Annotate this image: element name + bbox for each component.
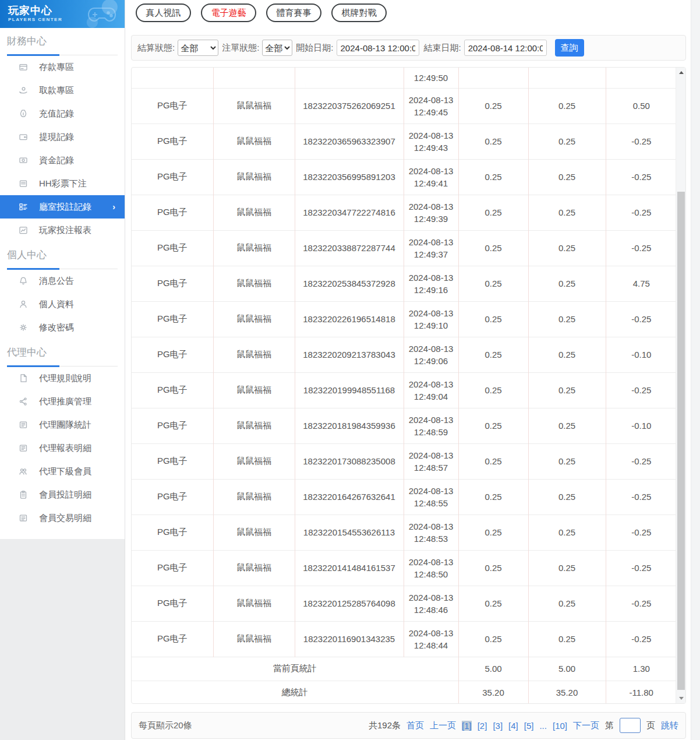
sidebar-item-player-bet-report[interactable]: 玩家投注報表 <box>0 219 125 242</box>
cell-time: 12:49:04 <box>404 390 458 403</box>
sidebar-item-agent-team-stats[interactable]: 代理團隊統計 <box>0 413 125 436</box>
sidebar-item-room-bet-record[interactable]: 廳室投註記錄 › <box>0 195 125 219</box>
pagination-controls: 共192条 首页 上一页 [1][2][3][4][5]...[10] 下一页 … <box>369 718 678 733</box>
cell-datetime: 2024-08-13 12:49:04 <box>404 372 458 408</box>
scroll-up-button[interactable] <box>676 68 686 77</box>
page-number-link[interactable]: ... <box>539 721 547 731</box>
cell-datetime: 2024-08-13 12:49:39 <box>404 195 458 230</box>
sidebar-item-member-trade-detail[interactable]: 會員交易明細 <box>0 506 125 530</box>
sidebar-item-label: 廳室投註記錄 <box>39 202 91 213</box>
cell-datetime: 2024-08-13 12:49:43 <box>404 124 458 159</box>
tab-chess-cards[interactable]: 棋牌對戰 <box>331 3 387 22</box>
page-number-link[interactable]: [1] <box>462 721 472 731</box>
sidebar-item-label: 消息公告 <box>39 276 74 287</box>
cell-date: 2024-08-13 <box>404 414 458 426</box>
order-status-select[interactable]: 全部 <box>262 40 292 56</box>
cell-date: 2024-08-13 <box>404 627 458 639</box>
sidebar-item-withdraw[interactable]: 取款專區 <box>0 79 125 102</box>
sidebar-item-deposit[interactable]: 存款專區 <box>0 55 125 79</box>
sidebar-item-withdrawal-record[interactable]: 提現記錄 <box>0 125 125 149</box>
cell-platform: PG电子 <box>132 443 213 479</box>
cell-winloss: -0.25 <box>606 124 677 159</box>
sidebar-item-agent-rules[interactable]: 代理規則說明 <box>0 367 125 390</box>
gear-icon <box>19 323 28 332</box>
jump-button[interactable]: 跳转 <box>661 720 678 731</box>
cell-time: 12:49:37 <box>404 248 458 260</box>
sidebar-item-member-bet-detail[interactable]: 會員投註明細 <box>0 483 125 506</box>
tab-electronic-games[interactable]: 電子遊藝 <box>201 3 256 22</box>
cell-time: 12:49:45 <box>404 106 458 118</box>
cell-bet-id: 1823220154553626113 <box>295 515 404 550</box>
cell-valid-amount <box>528 68 606 88</box>
tab-live-casino[interactable]: 真人視訊 <box>136 3 191 22</box>
page-summary-winloss: 1.30 <box>606 657 677 681</box>
cell-datetime: 2024-08-13 12:48:55 <box>404 479 458 515</box>
cell-valid-amount: 0.25 <box>528 266 606 301</box>
first-page-link[interactable]: 首页 <box>406 720 424 731</box>
table-scrollbar[interactable] <box>676 68 685 703</box>
sidebar-item-fund-record[interactable]: 資金記錄 <box>0 149 125 172</box>
prev-page-link[interactable]: 上一页 <box>430 720 456 731</box>
tab-sports[interactable]: 體育賽事 <box>266 3 321 22</box>
cell-time: 12:48:53 <box>404 533 458 545</box>
scrollbar-thumb[interactable] <box>677 192 685 690</box>
sidebar-item-agent-sub-members[interactable]: 代理下級會員 <box>0 460 125 483</box>
cell-winloss: -0.25 <box>606 443 677 479</box>
sidebar-item-announcement[interactable]: 消息公告 <box>0 269 125 293</box>
cell-platform: PG电子 <box>132 621 213 657</box>
sidebar-item-profile[interactable]: 個人資料 <box>0 293 125 316</box>
scroll-down-button[interactable] <box>676 693 686 703</box>
table-row: PG电子 鼠鼠福福 1823220226196514818 2024-08-13… <box>132 301 677 337</box>
end-date-input[interactable] <box>464 40 547 56</box>
start-date-input[interactable] <box>337 40 419 56</box>
cell-date: 2024-08-13 <box>404 236 458 248</box>
section-personal-label: 個人中心 <box>7 248 59 270</box>
cell-bet-amount: 0.25 <box>458 479 528 515</box>
cell-platform: PG电子 <box>132 88 213 124</box>
page: 玩家中心 PLAYERS CENTER 財務中心 存款專區 <box>0 0 700 740</box>
cell-bet-amount: 0.25 <box>458 337 528 372</box>
page-number-link[interactable]: [3] <box>493 721 503 731</box>
cell-bet-amount <box>458 68 528 88</box>
sidebar-item-agent-promotion[interactable]: 代理推廣管理 <box>0 390 125 413</box>
cell-time: 12:48:50 <box>404 568 458 580</box>
sidebar-item-agent-report-detail[interactable]: 代理報表明細 <box>0 436 125 460</box>
search-button[interactable]: 查詢 <box>555 39 584 57</box>
cell-bet-id: 1823220356995891203 <box>295 159 404 195</box>
cell-time: 12:48:46 <box>404 604 458 616</box>
hand-coin-icon <box>19 86 28 95</box>
total-count-label: 共192条 <box>369 720 401 731</box>
user-icon <box>19 299 28 309</box>
sidebar-item-change-password[interactable]: 修改密碼 <box>0 316 125 339</box>
settle-status-select[interactable]: 全部 <box>178 40 218 56</box>
cell-valid-amount: 0.25 <box>528 586 606 621</box>
cell-valid-amount: 0.25 <box>528 301 606 337</box>
sidebar-item-label: 會員投註明細 <box>39 489 91 501</box>
total-summary-winloss: -11.80 <box>606 681 677 704</box>
cell-bet-amount: 0.25 <box>458 230 528 266</box>
clipboard-icon <box>19 490 28 499</box>
page-number-link[interactable]: [5] <box>524 721 534 731</box>
cell-platform: PG电子 <box>132 337 213 372</box>
cell-bet-amount: 0.25 <box>458 586 528 621</box>
sidebar-item-hh-lottery-bet[interactable]: HH彩票下注 <box>0 172 125 195</box>
next-page-link[interactable]: 下一页 <box>573 720 599 731</box>
cell-platform: PG电子 <box>132 124 213 159</box>
table-row: PG电子 鼠鼠福福 1823220199948551168 2024-08-13… <box>132 372 677 408</box>
page-number-link[interactable]: [10] <box>553 721 567 731</box>
page-number-link[interactable]: [4] <box>508 721 518 731</box>
cell-time: 12:48:44 <box>404 639 458 651</box>
cell-bet-amount: 0.25 <box>458 515 528 550</box>
cell-game: 鼠鼠福福 <box>213 550 295 586</box>
cell-date: 2024-08-13 <box>404 378 458 390</box>
cell-winloss: -0.25 <box>606 479 677 515</box>
page-number-link[interactable]: [2] <box>478 721 487 731</box>
cell-bet-id: 1823220209213783043 <box>295 337 404 372</box>
jump-page-input[interactable] <box>620 718 641 733</box>
cell-winloss: -0.25 <box>606 550 677 586</box>
sidebar-item-recharge-record[interactable]: 充值記錄 <box>0 102 125 125</box>
cell-datetime: 2024-08-13 12:49:37 <box>404 230 458 266</box>
cell-valid-amount: 0.25 <box>528 621 606 657</box>
cell-date: 2024-08-13 <box>404 307 458 319</box>
order-status-label: 注單狀態: <box>222 43 259 54</box>
